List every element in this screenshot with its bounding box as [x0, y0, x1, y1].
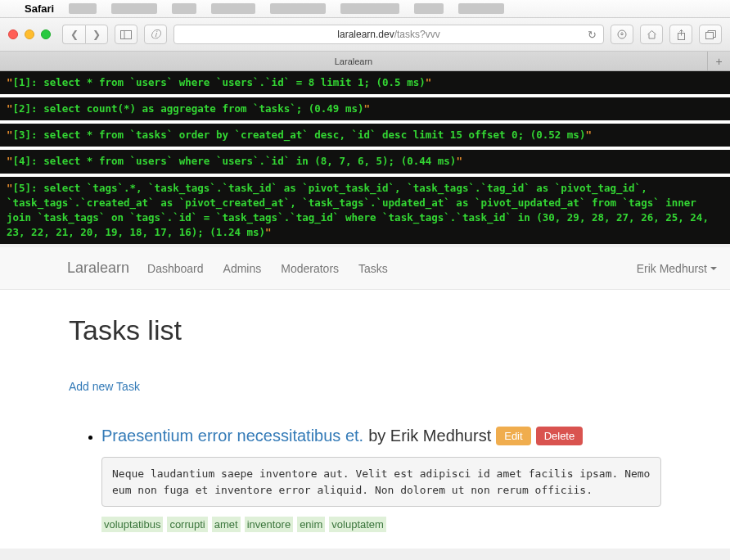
nav-dashboard[interactable]: Dashboard — [147, 262, 204, 275]
task-list: Praesentium error necessitatibus et. by … — [69, 427, 661, 532]
tag[interactable]: inventore — [245, 517, 293, 532]
sql-query-row: "[3]: select * from `tasks` order by `cr… — [0, 124, 730, 147]
sql-query-row: "[1]: select * from `users` where `users… — [0, 71, 730, 94]
forward-button[interactable]: ❯ — [85, 25, 108, 44]
sql-debug-panel: "[1]: select * from `users` where `users… — [0, 71, 730, 244]
chevron-down-icon — [710, 267, 717, 270]
sql-query-row: "[5]: select `tags`.*, `task_tags`.`task… — [0, 177, 730, 245]
minimize-window-icon[interactable] — [25, 29, 34, 39]
new-tab-button[interactable]: + — [707, 52, 730, 70]
menubar-item-blurred — [458, 3, 504, 14]
browser-toolbar: ❮ ❯ ⓘ laralearn.dev/tasks?vvv ↻ — [0, 18, 730, 52]
menubar-item-blurred — [211, 3, 255, 14]
tabs-button[interactable] — [699, 25, 722, 44]
tag[interactable]: corrupti — [167, 517, 207, 532]
edit-button[interactable]: Edit — [496, 427, 530, 445]
task-item: Praesentium error necessitatibus et. by … — [101, 427, 661, 532]
task-header: Praesentium error necessitatibus et. by … — [101, 427, 661, 445]
page-content: Tasks list Add new Task Praesentium erro… — [0, 290, 730, 549]
reload-icon[interactable]: ↻ — [588, 29, 597, 41]
nav-arrows: ❮ ❯ — [62, 25, 108, 44]
site-info-button[interactable]: ⓘ — [144, 25, 167, 44]
url-domain: laralearn.dev — [337, 29, 394, 40]
task-tags: voluptatibus corrupti amet inventore eni… — [101, 517, 661, 532]
task-description: Neque laudantium saepe inventore aut. Ve… — [101, 457, 661, 507]
menubar-item-blurred — [414, 3, 444, 14]
tag[interactable]: voluptatibus — [101, 517, 163, 532]
nav-tasks[interactable]: Tasks — [358, 262, 388, 275]
brand-link[interactable]: Laralearn — [67, 260, 129, 277]
task-title-link[interactable]: Praesentium error necessitatibus et. — [101, 427, 363, 445]
tag[interactable]: enim — [297, 517, 325, 532]
user-menu[interactable]: Erik Medhurst — [637, 262, 717, 275]
close-window-icon[interactable] — [8, 29, 18, 39]
zoom-window-icon[interactable] — [41, 29, 51, 39]
nav-admins[interactable]: Admins — [223, 262, 262, 275]
menubar-item-blurred — [69, 3, 97, 14]
browser-tab-bar: Laralearn + — [0, 52, 730, 71]
add-task-link[interactable]: Add new Task — [69, 380, 140, 393]
menubar-item-blurred — [111, 3, 157, 14]
window-controls — [8, 29, 51, 39]
browser-tab-title: Laralearn — [335, 56, 372, 66]
sql-query-row: "[2]: select count(*) as aggregate from … — [0, 97, 730, 120]
tag[interactable]: voluptatem — [329, 517, 386, 532]
home-button[interactable] — [640, 25, 663, 44]
menubar-item-blurred — [340, 3, 399, 14]
user-menu-name: Erik Medhurst — [637, 262, 707, 275]
tag[interactable]: amet — [212, 517, 241, 532]
svg-rect-4 — [705, 32, 713, 38]
sql-query-row: "[4]: select * from `users` where `users… — [0, 150, 730, 173]
url-bar[interactable]: laralearn.dev/tasks?vvv ↻ — [173, 25, 604, 44]
svg-rect-0 — [121, 30, 132, 38]
delete-button[interactable]: Delete — [536, 427, 584, 445]
nav-moderators[interactable]: Moderators — [281, 262, 339, 275]
menubar-item-blurred — [172, 3, 196, 14]
page-title: Tasks list — [69, 314, 661, 346]
task-author: by Erik Medhurst — [368, 427, 491, 445]
menubar-app-name[interactable]: Safari — [25, 2, 54, 15]
app-navbar: Laralearn Dashboard Admins Moderators Ta… — [0, 247, 730, 290]
share-button[interactable] — [669, 25, 692, 44]
url-path: /tasks?vvv — [394, 29, 440, 40]
menubar-item-blurred — [270, 3, 326, 14]
downloads-button[interactable] — [611, 25, 633, 44]
macos-menubar: Safari — [0, 0, 730, 18]
browser-tab[interactable]: Laralearn — [0, 52, 707, 70]
sidebar-button[interactable] — [115, 25, 137, 44]
back-button[interactable]: ❮ — [62, 25, 85, 44]
